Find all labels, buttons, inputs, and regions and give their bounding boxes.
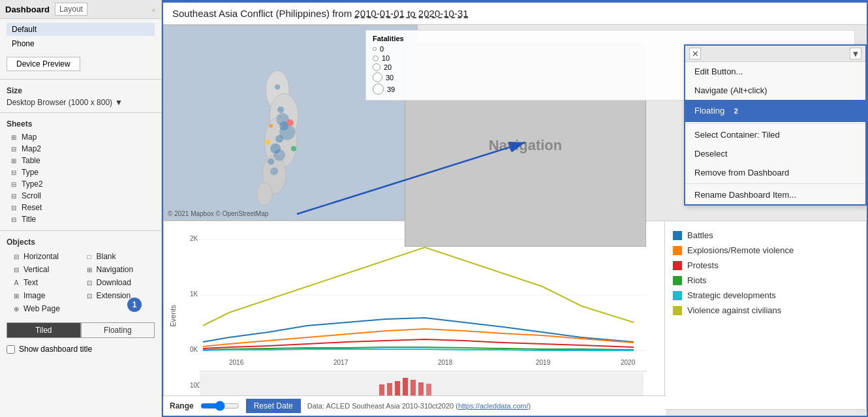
svg-point-19 (269, 124, 273, 128)
sheets-title: Sheets (7, 119, 155, 129)
map-copyright: © 2021 Mapbox © OpenStreetMap (168, 210, 268, 217)
svg-point-18 (291, 146, 296, 151)
context-rename[interactable]: Rename Dashboard Item... (685, 185, 865, 204)
show-title-label: Show dashboard title (19, 345, 92, 354)
svg-text:2020: 2020 (621, 359, 636, 366)
floating-button[interactable]: Floating (81, 322, 155, 338)
sheet-item-type2[interactable]: ⊟ Type2 (7, 178, 155, 190)
battles-color (673, 231, 682, 240)
sheets-section: Sheets ⊞ Map ⊟ Map2 ⊞ Table ⊟ Type ⊟ Typ… (0, 116, 161, 228)
webpage-icon: ⊕ (12, 304, 21, 313)
legend-riots: Riots (672, 273, 860, 288)
context-remove[interactable]: Remove from Dashboard (685, 163, 865, 182)
range-bar: Range Reset Date Data: ACLED Southeast A… (163, 395, 666, 416)
sheet-item-scroll[interactable]: ⊟ Scroll (7, 190, 155, 202)
svg-point-12 (276, 113, 289, 126)
dashboard-title: Southeast Asia Conflict (Philippines) fr… (163, 1, 867, 25)
context-menu: ✕ ▼ Edit Button... Navigate (Alt+click) … (684, 44, 867, 206)
riots-color (673, 276, 682, 285)
sheet-item-table[interactable]: ⊞ Table (7, 155, 155, 166)
context-deselect[interactable]: Deselect (685, 144, 865, 163)
svg-text:2019: 2019 (536, 359, 551, 366)
text-icon: A (12, 278, 21, 287)
obj-download[interactable]: ⊡ Download (82, 277, 153, 288)
range-slider[interactable] (200, 401, 240, 411)
svg-text:2016: 2016 (229, 359, 244, 366)
svg-point-7 (277, 106, 284, 113)
vertical-icon: ⊟ (12, 265, 21, 274)
size-title: Size (7, 86, 155, 95)
map-icon: ⊞ (9, 132, 18, 142)
show-title-checkbox[interactable] (7, 345, 15, 354)
svg-text:2K: 2K (190, 235, 198, 242)
svg-point-11 (268, 159, 274, 165)
obj-text[interactable]: A Text (9, 277, 80, 288)
tiled-button[interactable]: Tiled (7, 322, 81, 338)
tiled-floating-bar: Tiled Floating (0, 318, 161, 342)
range-data-text: Data: ACLED Southeast Asia 2010-310ct202… (307, 402, 531, 410)
device-preview-button[interactable]: Device Preview (7, 57, 80, 71)
legend-battles: Battles (672, 228, 860, 243)
extension-icon: ⊡ (85, 291, 94, 300)
layout-default[interactable]: Default (7, 23, 155, 36)
svg-text:1K: 1K (190, 290, 198, 298)
sheet-item-title[interactable]: ⊟ Title (7, 213, 155, 225)
explosions-color (673, 246, 682, 255)
legend-violence: Violence against civilians (672, 303, 860, 318)
context-select-container[interactable]: Select Container: Tiled (685, 125, 865, 144)
layout-phone[interactable]: Phone (7, 37, 155, 50)
device-preview-section: Device Preview (0, 53, 161, 76)
context-badge-2: 2 (730, 104, 743, 117)
obj-extension[interactable]: ⊡ Extension (82, 290, 153, 301)
obj-navigation[interactable]: ⊞ Navigation (82, 264, 153, 275)
legend-protests: Protests (672, 258, 860, 273)
sheet-item-map[interactable]: ⊞ Map (7, 131, 155, 143)
obj-webpage[interactable]: ⊕ Web Page (9, 303, 80, 315)
context-navigate[interactable]: Navigate (Alt+click) (685, 81, 865, 100)
obj-vertical[interactable]: ⊟ Vertical (9, 264, 80, 275)
objects-title: Objects (7, 238, 155, 247)
navigation-icon: ⊞ (85, 265, 94, 274)
fatalities-circle-4 (373, 84, 384, 95)
context-close-button[interactable]: ✕ (689, 48, 701, 59)
fatalities-circle-0 (373, 47, 377, 51)
svg-point-15 (270, 168, 278, 176)
fatalities-circle-2 (373, 63, 380, 71)
table-icon: ⊞ (9, 156, 18, 165)
obj-image[interactable]: ⊞ Image (9, 290, 80, 301)
size-dropdown-icon[interactable]: ▼ (115, 98, 123, 107)
layout-tab[interactable]: Layout (55, 3, 87, 16)
sheet-item-type[interactable]: ⊟ Type (7, 166, 155, 178)
size-section: Size Desktop Browser (1000 x 800) ▼ (0, 82, 161, 110)
show-title-row: Show dashboard title (0, 342, 161, 356)
data-link[interactable]: https://acleddata.com/ (458, 402, 529, 410)
main-content: Southeast Asia Conflict (Philippines) fr… (162, 0, 868, 417)
svg-text:2018: 2018 (438, 359, 453, 366)
size-select[interactable]: Desktop Browser (1000 x 800) ▼ (7, 98, 155, 107)
svg-point-6 (275, 84, 280, 89)
svg-point-5 (256, 182, 272, 206)
layout-section: Default Phone (0, 19, 161, 53)
svg-text:0K: 0K (190, 346, 198, 353)
obj-horizontal[interactable]: ⊟ Horizontal (9, 251, 80, 262)
obj-blank[interactable]: □ Blank (82, 251, 153, 262)
context-dropdown-button[interactable]: ▼ (850, 48, 861, 59)
reset-date-button[interactable]: Reset Date (246, 399, 301, 413)
svg-text:2017: 2017 (333, 359, 349, 366)
context-floating[interactable]: Floating 2 (685, 100, 865, 122)
map2-icon: ⊟ (9, 144, 18, 153)
legend-explosions: Explosions/Remote violence (672, 243, 860, 258)
reset-icon: ⊟ (9, 203, 18, 212)
sheet-item-reset[interactable]: ⊟ Reset (7, 202, 155, 213)
size-value: Desktop Browser (1000 x 800) (7, 98, 112, 107)
fatalities-circle-3 (373, 72, 382, 82)
context-edit-button[interactable]: Edit Button... (685, 62, 865, 81)
title-icon: ⊟ (9, 215, 18, 224)
legend-strategic: Strategic developments (672, 288, 860, 303)
sheet-item-map2[interactable]: ⊟ Map2 (7, 143, 155, 155)
svg-point-17 (265, 140, 270, 145)
sidebar-header: Dashboard Layout ⬦ (0, 0, 161, 19)
sheet-list: ⊞ Map ⊟ Map2 ⊞ Table ⊟ Type ⊟ Type2 ⊟ Sc… (7, 131, 155, 225)
sidebar-title: Dashboard (5, 5, 50, 14)
legend-panel: Battles Explosions/Remote violence Prote… (664, 221, 867, 410)
